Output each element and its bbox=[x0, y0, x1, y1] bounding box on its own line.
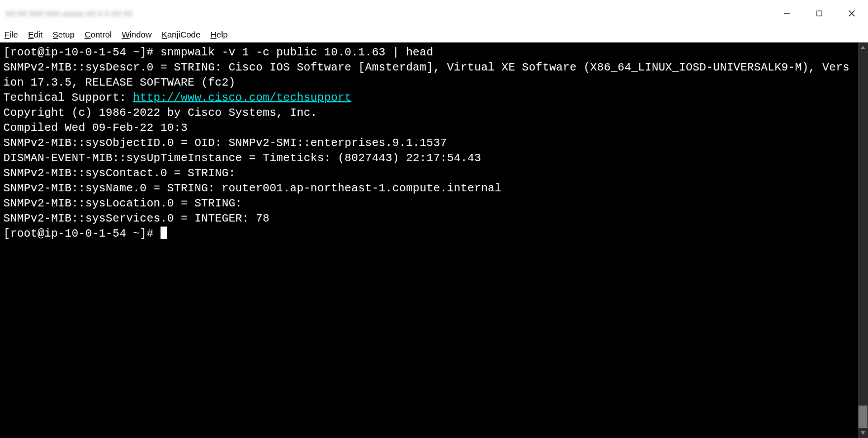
svg-marker-4 bbox=[861, 46, 865, 49]
menu-control[interactable]: Control bbox=[84, 30, 111, 39]
svg-marker-5 bbox=[861, 431, 865, 435]
terminal-line: SNMPv2-MIB::sysObjectID.0 = OID: SNMPv2-… bbox=[3, 136, 447, 149]
menu-window[interactable]: Window bbox=[122, 30, 152, 39]
terminal-wrap: [root@ip-10-0-1-54 ~]# snmpwalk -v 1 -c … bbox=[0, 43, 868, 438]
window-controls bbox=[771, 0, 868, 27]
terminal-line: DISMAN-EVENT-MIB::sysUpTimeInstance = Ti… bbox=[3, 152, 481, 164]
menu-file[interactable]: File bbox=[4, 30, 18, 39]
svg-rect-1 bbox=[817, 11, 822, 16]
terminal-line: SNMPv2-MIB::sysDescr.0 = STRING: Cisco I… bbox=[3, 61, 850, 89]
menubar: File Edit Setup Control Window KanjiCode… bbox=[0, 27, 868, 43]
menu-setup[interactable]: Setup bbox=[53, 30, 74, 39]
terminal-line: SNMPv2-MIB::sysLocation.0 = STRING: bbox=[3, 197, 242, 210]
terminal-line: [root@ip-10-0-1-54 ~]# snmpwalk -v 1 -c … bbox=[3, 46, 433, 59]
terminal-prompt: [root@ip-10-0-1-54 ~]# bbox=[3, 227, 161, 240]
scrollbar[interactable] bbox=[858, 43, 868, 438]
minimize-button[interactable] bbox=[771, 0, 803, 27]
terminal[interactable]: [root@ip-10-0-1-54 ~]# snmpwalk -v 1 -c … bbox=[0, 43, 858, 438]
terminal-line: Compiled Wed 09-Feb-22 10:3 bbox=[3, 121, 187, 134]
support-link[interactable]: http://www.cisco.com/techsupport bbox=[133, 91, 351, 104]
cursor-icon bbox=[161, 227, 167, 239]
terminal-line: SNMPv2-MIB::sysName.0 = STRING: router00… bbox=[3, 182, 502, 195]
scroll-down-icon[interactable] bbox=[858, 428, 868, 438]
close-button[interactable] bbox=[836, 0, 868, 27]
terminal-line: Copyright (c) 1986-2022 by Cisco Systems… bbox=[3, 106, 317, 119]
menu-edit[interactable]: Edit bbox=[28, 30, 43, 39]
titlebar[interactable]: XX XX XXX XXX xxxxxx XX X X XX XX bbox=[0, 0, 868, 27]
scroll-thumb[interactable] bbox=[858, 406, 867, 428]
terminal-line: SNMPv2-MIB::sysServices.0 = INTEGER: 78 bbox=[3, 212, 270, 225]
window-title: XX XX XXX XXX xxxxxx XX X X XX XX bbox=[6, 10, 133, 18]
menu-kanjicode[interactable]: KanjiCode bbox=[162, 30, 200, 39]
terminal-line: SNMPv2-MIB::sysContact.0 = STRING: bbox=[3, 167, 235, 180]
maximize-button[interactable] bbox=[803, 0, 836, 27]
menu-help[interactable]: Help bbox=[210, 30, 228, 39]
scroll-up-icon[interactable] bbox=[858, 43, 868, 53]
terminal-line: Technical Support: http://www.cisco.com/… bbox=[3, 91, 351, 104]
